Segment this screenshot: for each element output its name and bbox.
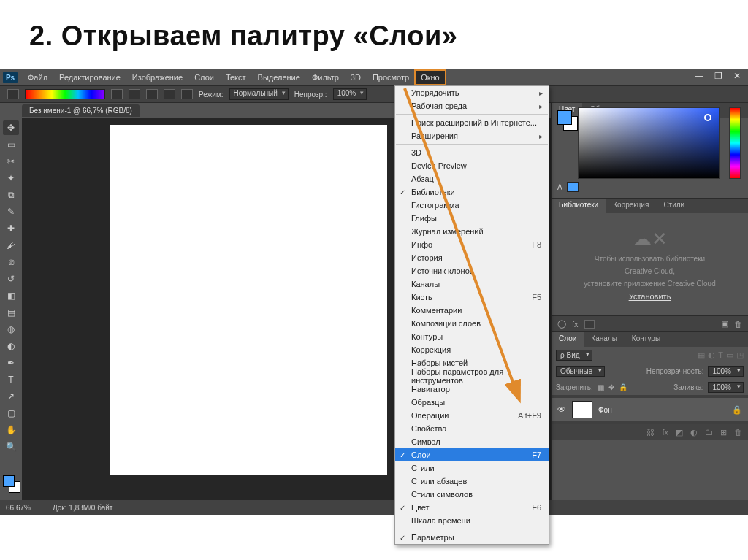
- menu-view[interactable]: Просмотр: [367, 70, 415, 85]
- grad-angle-icon[interactable]: [146, 89, 158, 99]
- lock-all-icon[interactable]: 🔒: [619, 383, 627, 391]
- menu-item-навигатор[interactable]: Навигатор: [395, 383, 549, 396]
- strip-s1-icon[interactable]: ▣: [721, 319, 728, 329]
- strip-trash1-icon[interactable]: 🗑: [734, 320, 742, 329]
- menu-item-символ[interactable]: Символ: [395, 435, 549, 448]
- layer-name[interactable]: Фон: [598, 406, 612, 414]
- crop-tool-icon[interactable]: ⧉: [3, 188, 19, 202]
- menu-item-журнал-измерений[interactable]: Журнал измерений: [395, 225, 549, 238]
- menu-item-глифы[interactable]: Глифы: [395, 212, 549, 225]
- menu-item-коррекция[interactable]: Коррекция: [395, 343, 549, 356]
- eraser-tool-icon[interactable]: ◧: [3, 288, 19, 303]
- history-brush-icon[interactable]: ↺: [3, 272, 19, 286]
- dodge-tool-icon[interactable]: ◐: [3, 339, 19, 353]
- marquee-tool-icon[interactable]: ▭: [3, 137, 19, 152]
- menu-item-расширения[interactable]: Расширения: [395, 129, 549, 142]
- menu-item-поиск-расширений-в-интернете-[interactable]: Поиск расширений в Интернете...: [395, 116, 549, 129]
- adjustment-icon[interactable]: ◐: [690, 428, 698, 437]
- canvas[interactable]: [110, 125, 387, 475]
- menu-window[interactable]: Окно: [415, 70, 446, 85]
- menu-item-3d[interactable]: 3D: [395, 146, 549, 159]
- filter-pixel-icon[interactable]: ▦: [698, 350, 705, 360]
- zoom-level[interactable]: 66,67%: [6, 504, 31, 512]
- new-layer-icon[interactable]: ⊞: [720, 428, 727, 437]
- hand-tool-icon[interactable]: ✋: [3, 423, 19, 437]
- filter-adjust-icon[interactable]: ◐: [708, 350, 715, 360]
- menu-item-контуры[interactable]: Контуры: [395, 330, 549, 343]
- move-tool-icon[interactable]: ✥: [3, 120, 19, 135]
- menu-item-свойства[interactable]: Свойства: [395, 422, 549, 435]
- menu-item-рабочая-среда[interactable]: Рабочая среда: [395, 99, 549, 112]
- menu-item-гистограмма[interactable]: Гистограмма: [395, 199, 549, 212]
- menu-item-параметры[interactable]: ✓Параметры: [395, 531, 549, 544]
- fx-icon[interactable]: fx: [662, 428, 668, 437]
- lock-position-icon[interactable]: ✥: [608, 383, 614, 391]
- pen-tool-icon[interactable]: ✒: [3, 356, 19, 370]
- menu-item-device-preview[interactable]: Device Preview: [395, 159, 549, 172]
- fill-field[interactable]: 100%: [708, 382, 744, 393]
- close-icon[interactable]: ✕: [730, 71, 744, 81]
- menu-item-история[interactable]: История: [395, 251, 549, 264]
- strip-fx-icon[interactable]: fx: [572, 320, 579, 329]
- tab-paths[interactable]: Контуры: [625, 332, 668, 347]
- strip-circle-icon[interactable]: ◯: [557, 319, 566, 329]
- menu-item-наборы-параметров-для-инструментов[interactable]: Наборы параметров для инструментов: [395, 369, 549, 383]
- mode-dropdown[interactable]: Нормальный: [229, 88, 289, 100]
- menu-item-стили-абзацев[interactable]: Стили абзацев: [395, 475, 549, 488]
- fg-bg-colors[interactable]: [3, 475, 20, 493]
- tab-libraries[interactable]: Библиотеки: [552, 199, 606, 213]
- grad-reflect-icon[interactable]: [164, 89, 175, 99]
- menu-3d[interactable]: 3D: [345, 70, 367, 85]
- gradient-tool-icon[interactable]: ▤: [3, 305, 19, 320]
- layer-item[interactable]: 👁 Фон 🔒: [552, 398, 748, 421]
- path-tool-icon[interactable]: ↗: [3, 389, 19, 404]
- filter-type-icon[interactable]: T: [718, 350, 723, 360]
- layer-opacity-field[interactable]: 100%: [708, 366, 744, 377]
- panel-fg-swatch[interactable]: [557, 110, 572, 125]
- tab-channels[interactable]: Каналы: [584, 332, 625, 347]
- menu-item-инфо[interactable]: ИнфоF8: [395, 238, 549, 251]
- menu-file[interactable]: Файл: [22, 70, 53, 85]
- brush-tool-icon[interactable]: 🖌: [3, 238, 19, 253]
- menu-item-образцы[interactable]: Образцы: [395, 396, 549, 409]
- menu-item-источник-клонов[interactable]: Источник клонов: [395, 264, 549, 277]
- menu-filter[interactable]: Фильтр: [306, 70, 345, 85]
- minimize-icon[interactable]: —: [692, 71, 706, 81]
- menu-item-упорядочить[interactable]: Упорядочить: [395, 86, 549, 99]
- tab-styles[interactable]: Стили: [656, 199, 692, 213]
- tab-adjustments[interactable]: Коррекция: [606, 199, 656, 213]
- tool-preset-icon[interactable]: [7, 89, 19, 99]
- strip-square-icon[interactable]: [584, 320, 595, 329]
- menu-item-каналы[interactable]: Каналы: [395, 277, 549, 291]
- color-chip[interactable]: [567, 182, 579, 192]
- menu-select[interactable]: Выделение: [252, 70, 306, 85]
- stamp-tool-icon[interactable]: ⎚: [3, 255, 19, 269]
- menu-item-библиотеки[interactable]: ✓Библиотеки: [395, 185, 549, 199]
- menu-layers[interactable]: Слои: [188, 70, 220, 85]
- color-picker-field[interactable]: [578, 107, 720, 179]
- grad-radial-icon[interactable]: [129, 89, 140, 99]
- menu-item-комментарии[interactable]: Комментарии: [395, 304, 549, 317]
- panel-fg-bg[interactable]: [557, 110, 578, 131]
- menu-item-стили[interactable]: Стили: [395, 461, 549, 475]
- menu-item-абзац[interactable]: Абзац: [395, 172, 549, 185]
- window-dropdown[interactable]: УпорядочитьРабочая средаПоиск расширений…: [394, 85, 549, 545]
- gradient-swatch[interactable]: [25, 89, 105, 99]
- type-tool-icon[interactable]: T: [3, 372, 19, 387]
- heal-tool-icon[interactable]: ✚: [3, 221, 19, 236]
- hue-slider[interactable]: [729, 107, 741, 179]
- blend-mode-dropdown[interactable]: Обычные: [556, 366, 605, 377]
- mask-icon[interactable]: ◩: [676, 428, 683, 437]
- menu-item-операции[interactable]: ОперацииAlt+F9: [395, 409, 549, 422]
- shape-tool-icon[interactable]: ▢: [3, 406, 19, 421]
- menu-item-слои[interactable]: ✓СлоиF7: [395, 448, 549, 461]
- link-layers-icon[interactable]: ⛓: [646, 428, 654, 437]
- menu-item-цвет[interactable]: ✓ЦветF6: [395, 501, 549, 514]
- install-link[interactable]: Установить: [629, 292, 671, 301]
- lasso-tool-icon[interactable]: ✂: [3, 154, 19, 169]
- menu-item-композиции-слоев[interactable]: Композиции слоев: [395, 317, 549, 330]
- group-icon[interactable]: 🗀: [705, 428, 713, 437]
- menu-type[interactable]: Текст: [220, 70, 252, 85]
- menu-image[interactable]: Изображение: [126, 70, 188, 85]
- opacity-dropdown[interactable]: 100%: [333, 88, 367, 100]
